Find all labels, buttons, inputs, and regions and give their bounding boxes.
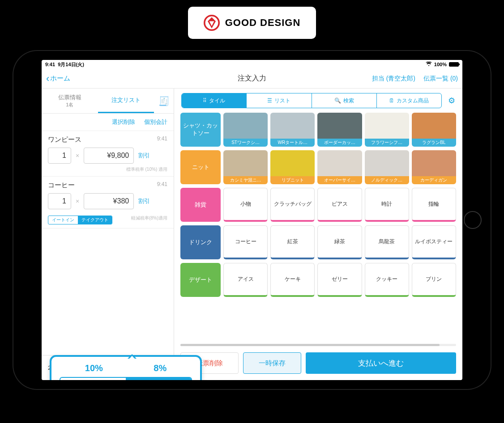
- view-list-button[interactable]: ☰リスト: [246, 93, 311, 108]
- product-tile[interactable]: ケーキ: [270, 263, 315, 297]
- product-label: ノルディック…: [365, 176, 409, 184]
- product-label: STワークシ…: [223, 139, 268, 147]
- status-bar: 9:41 9月14日(火) 100%: [42, 60, 462, 69]
- delete-selected-button[interactable]: 選択削除: [112, 118, 135, 126]
- product-tile[interactable]: ラグランBL: [412, 113, 456, 147]
- eat-in-option[interactable]: イートイン: [48, 216, 78, 224]
- callout-toggle[interactable]: イートイン テイクアウト: [60, 377, 192, 380]
- product-label: WRタートル…: [270, 139, 315, 147]
- qty-input[interactable]: 1: [48, 193, 71, 209]
- product-tile[interactable]: ピアス: [317, 188, 362, 222]
- tax-note: 標準税率 (10%) 適用: [48, 166, 167, 173]
- receipt-icon[interactable]: 🧾: [154, 89, 174, 113]
- product-tile[interactable]: ルイボスティー: [412, 225, 456, 259]
- category-label[interactable]: 雑貨: [180, 188, 221, 222]
- qty-input[interactable]: 1: [48, 148, 71, 164]
- wifi-icon: [426, 62, 432, 68]
- product-tile[interactable]: アイス: [223, 263, 268, 297]
- product-tile[interactable]: 紅茶: [270, 225, 315, 259]
- screen: 9:41 9月14日(火) 100% ‹ホーム 注文入力 担当 (青空太郎) 伝…: [42, 60, 462, 380]
- product-image: [270, 113, 315, 139]
- left-panel: 伝票情報 1名 注文リスト 🧾 選択削除 個別会計 ワンピース9:41 1 × …: [42, 89, 174, 380]
- product-tile[interactable]: 指輪: [412, 188, 456, 222]
- slips-link[interactable]: 伝票一覧 (0): [423, 75, 458, 83]
- product-label: 小物: [240, 201, 251, 207]
- product-tile[interactable]: ボーダーカッ…: [317, 113, 362, 147]
- product-tile[interactable]: ゼリー: [317, 263, 362, 297]
- product-image: [270, 150, 315, 176]
- product-label: 紅茶: [287, 238, 298, 245]
- product-tile[interactable]: 烏龍茶: [365, 225, 409, 259]
- callout-eat-in[interactable]: イートイン: [60, 378, 126, 380]
- product-tile[interactable]: クッキー: [365, 263, 409, 297]
- product-label: フラワーシフ…: [365, 139, 409, 147]
- home-button[interactable]: [464, 211, 482, 229]
- view-tile-button[interactable]: ⠿タイル: [182, 93, 246, 108]
- product-tile[interactable]: 時計: [365, 188, 409, 222]
- order-item-time: 9:41: [157, 135, 167, 144]
- scroll-indicator[interactable]: [180, 344, 456, 346]
- category-label[interactable]: ニット: [180, 150, 221, 184]
- product-label: ボーダーカッ…: [317, 139, 362, 147]
- save-temp-button[interactable]: 一時保存: [243, 352, 301, 374]
- product-label: 時計: [381, 201, 392, 207]
- product-tile[interactable]: プリン: [412, 263, 456, 297]
- category-label[interactable]: デザート: [180, 263, 221, 297]
- product-image: [412, 113, 456, 139]
- category-row: 雑貨小物クラッチバッグピアス時計指輪: [180, 188, 456, 222]
- discount-button[interactable]: 割引: [138, 197, 150, 205]
- take-out-option[interactable]: テイクアウト: [78, 216, 112, 224]
- order-item[interactable]: コーヒー9:41 1 × ¥380 割引 イートイン テイクアウト 軽減税率(8…: [42, 177, 174, 228]
- category-label[interactable]: ドリンク: [180, 225, 221, 259]
- tab-order-list[interactable]: 注文リスト: [98, 89, 154, 113]
- product-tile[interactable]: フラワーシフ…: [365, 113, 409, 147]
- view-custom-button[interactable]: 🗓カスタム商品: [376, 93, 441, 108]
- product-label: ラグランBL: [412, 139, 456, 147]
- proceed-payment-button[interactable]: 支払いへ進む: [306, 352, 456, 374]
- product-tile[interactable]: STワークシ…: [223, 113, 268, 147]
- callout-take-out[interactable]: テイクアウト: [126, 378, 191, 380]
- product-tile[interactable]: カーディガン: [412, 150, 456, 184]
- individual-checkout-button[interactable]: 個別会計: [144, 118, 167, 126]
- pct-10-label: 10%: [85, 363, 103, 373]
- list-icon: ☰: [267, 97, 272, 104]
- back-button[interactable]: ‹ホーム: [46, 73, 70, 85]
- view-search-button[interactable]: 🔍検索: [312, 93, 376, 108]
- product-image: [223, 150, 268, 176]
- product-tile[interactable]: ノルディック…: [365, 150, 409, 184]
- product-tile[interactable]: WRタートル…: [270, 113, 315, 147]
- product-label: オーバーサイ…: [317, 176, 362, 184]
- staff-link[interactable]: 担当 (青空太郎): [372, 75, 415, 83]
- product-tile[interactable]: 小物: [223, 188, 268, 222]
- product-tile[interactable]: 緑茶: [317, 225, 362, 259]
- tab-slip-info[interactable]: 伝票情報 1名: [42, 89, 98, 113]
- product-label: カシミヤ混ニ…: [223, 176, 268, 184]
- product-tile[interactable]: コーヒー: [223, 225, 268, 259]
- price-input[interactable]: ¥380: [84, 193, 134, 209]
- order-item[interactable]: ワンピース9:41 1 × ¥9,800 割引 標準税率 (10%) 適用: [42, 131, 174, 177]
- product-tile[interactable]: クラッチバッグ: [270, 188, 315, 222]
- product-label: リブニット: [270, 176, 315, 184]
- calculator-icon: 🗓: [389, 97, 394, 104]
- product-tile[interactable]: オーバーサイ…: [317, 150, 362, 184]
- category-label[interactable]: シャツ・カットソー: [180, 113, 221, 147]
- category-row: ニットカシミヤ混ニ…リブニットオーバーサイ…ノルディック…カーディガン: [180, 150, 456, 184]
- order-item-name: コーヒー: [48, 181, 75, 190]
- discount-button[interactable]: 割引: [138, 152, 150, 160]
- nav-bar: ‹ホーム 注文入力 担当 (青空太郎) 伝票一覧 (0): [42, 69, 462, 89]
- product-tile[interactable]: リブニット: [270, 150, 315, 184]
- battery-pct: 100%: [434, 62, 447, 67]
- tax-rate-callout: 10% 8% イートイン テイクアウト 軽減税率対応: [50, 355, 202, 380]
- product-tile[interactable]: カシミヤ混ニ…: [223, 150, 268, 184]
- product-label: 烏龍茶: [379, 238, 395, 245]
- product-label: ルイボスティー: [415, 238, 453, 245]
- product-image: [317, 113, 362, 139]
- status-date: 9月14日(火): [58, 62, 84, 67]
- search-icon: 🔍: [334, 97, 341, 104]
- product-label: クラッチバッグ: [274, 201, 312, 207]
- eat-toggle[interactable]: イートイン テイクアウト: [48, 216, 112, 224]
- price-input[interactable]: ¥9,800: [84, 148, 134, 164]
- gear-icon[interactable]: ⚙: [448, 96, 455, 106]
- product-image: [365, 150, 409, 176]
- product-label: ピアス: [332, 201, 348, 207]
